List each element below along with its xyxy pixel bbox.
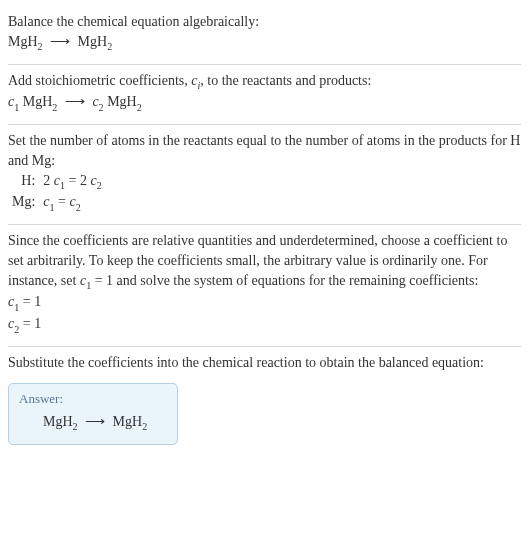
- species-text: MgH: [8, 34, 38, 49]
- element-label: H:: [8, 171, 39, 193]
- subscript: 1: [50, 202, 55, 213]
- problem-equation: MgH2 ⟶ MgH2: [8, 32, 521, 54]
- reaction-arrow: ⟶: [61, 94, 89, 109]
- subscript: 2: [76, 202, 81, 213]
- coeff-equation: c1 MgH2 ⟶ c2 MgH2: [8, 92, 521, 114]
- subscript: 2: [99, 102, 104, 113]
- text: = 1 and solve the system of equations fo…: [91, 273, 478, 288]
- subscript: 1: [60, 180, 65, 191]
- subscript: 2: [142, 421, 147, 432]
- text: , to the reactants and products:: [200, 73, 371, 88]
- product: MgH2: [78, 34, 113, 49]
- table-row: Mg: c1 = c2: [8, 192, 106, 214]
- var: c: [70, 194, 76, 209]
- section-atom-balance: Set the number of atoms in the reactants…: [8, 125, 521, 224]
- value: = 1: [19, 294, 41, 309]
- var: c: [43, 194, 49, 209]
- balance-eq: c1 = c2: [39, 192, 105, 214]
- balance-table: H: 2 c1 = 2 c2 Mg: c1 = c2: [8, 171, 106, 215]
- species-text: MgH: [113, 414, 143, 429]
- balance-intro: Set the number of atoms in the reactants…: [8, 131, 521, 170]
- solution-line: c1 = 1: [8, 292, 521, 314]
- reaction-arrow: ⟶: [46, 34, 74, 49]
- answer-box: Answer: MgH2 ⟶ MgH2: [8, 383, 178, 445]
- species-text: MgH: [104, 94, 137, 109]
- subscript: 2: [73, 421, 78, 432]
- eq-sign: =: [55, 194, 70, 209]
- section-coefficients: Add stoichiometric coefficients, ci, to …: [8, 65, 521, 125]
- reactant: MgH2: [43, 414, 78, 429]
- subscript: 2: [38, 41, 43, 52]
- species-text: MgH: [19, 94, 52, 109]
- answer-label: Answer:: [19, 390, 167, 408]
- subscript: 1: [86, 280, 91, 291]
- subscript: 1: [14, 102, 19, 113]
- table-row: H: 2 c1 = 2 c2: [8, 171, 106, 193]
- subscript: 2: [137, 102, 142, 113]
- section-problem: Balance the chemical equation algebraica…: [8, 6, 521, 64]
- element-label: Mg:: [8, 192, 39, 214]
- subscript: i: [197, 80, 200, 91]
- reaction-arrow: ⟶: [81, 414, 109, 429]
- coef: 2: [80, 173, 91, 188]
- coef: 2: [43, 173, 54, 188]
- subscript: 2: [52, 102, 57, 113]
- var: c: [92, 94, 98, 109]
- reactant: MgH2: [8, 34, 43, 49]
- subscript: 2: [107, 41, 112, 52]
- value: = 1: [19, 316, 41, 331]
- section-substitute: Substitute the coefficients into the che…: [8, 347, 521, 383]
- coeff-intro: Add stoichiometric coefficients, ci, to …: [8, 71, 521, 93]
- species-text: MgH: [78, 34, 108, 49]
- balance-eq: 2 c1 = 2 c2: [39, 171, 105, 193]
- eq-sign: =: [65, 173, 80, 188]
- substitute-text: Substitute the coefficients into the che…: [8, 353, 521, 373]
- answer-equation: MgH2 ⟶ MgH2: [19, 412, 167, 434]
- subscript: 2: [97, 180, 102, 191]
- subscript: 1: [14, 302, 19, 313]
- subscript: 2: [14, 324, 19, 335]
- solve-intro: Since the coefficients are relative quan…: [8, 231, 521, 292]
- section-solve: Since the coefficients are relative quan…: [8, 225, 521, 346]
- text: Add stoichiometric coefficients,: [8, 73, 191, 88]
- species-text: MgH: [43, 414, 73, 429]
- problem-text: Balance the chemical equation algebraica…: [8, 12, 521, 32]
- var: c: [91, 173, 97, 188]
- solution-line: c2 = 1: [8, 314, 521, 336]
- product: MgH2: [113, 414, 148, 429]
